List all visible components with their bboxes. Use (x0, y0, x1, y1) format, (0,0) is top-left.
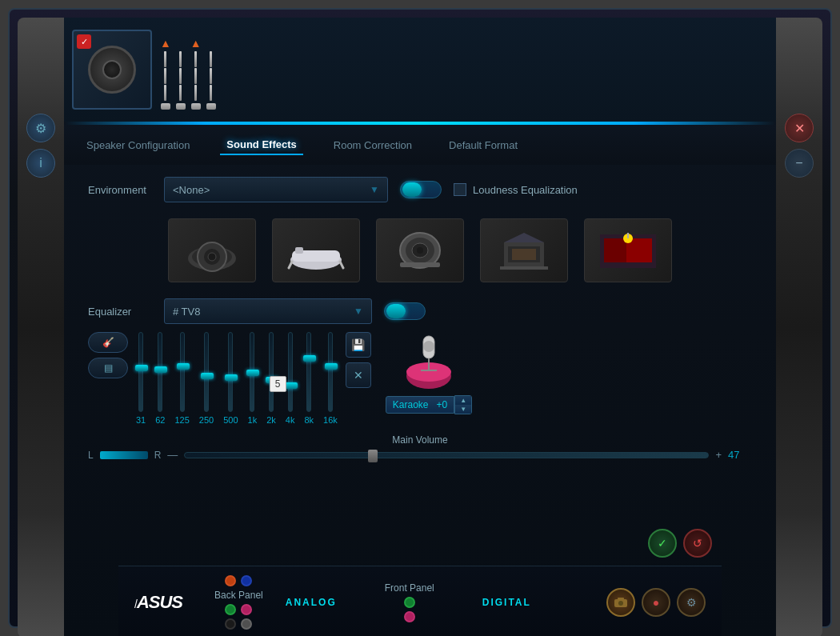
jack-green-front[interactable] (404, 597, 415, 608)
jack-group-4 (206, 51, 216, 110)
karaoke-up-button[interactable]: ▲ (455, 396, 471, 405)
eq-handle-250[interactable] (201, 373, 214, 379)
environment-dropdown[interactable]: <None> ▼ (164, 177, 388, 202)
jack-green-back[interactable] (225, 604, 236, 615)
loudness-eq-checkbox[interactable] (454, 183, 466, 196)
jack-pin (179, 51, 182, 67)
eq-track-4k[interactable] (288, 332, 293, 412)
jack-arrow-up-1: ▲ (160, 37, 171, 50)
tab-default-format[interactable]: Default Format (442, 136, 524, 154)
back-panel-jacks-row2 (225, 604, 252, 615)
eq-handle-500[interactable] (225, 374, 238, 381)
karaoke-text: Karaoke (393, 399, 429, 410)
guitar-preset-button[interactable]: 🎸 (88, 332, 128, 353)
eq-band-62: 62 (155, 332, 165, 425)
eq-track-31[interactable] (138, 332, 143, 412)
jack-pink-front[interactable] (404, 611, 415, 622)
svg-rect-17 (512, 249, 536, 260)
karaoke-spinner: ▲ ▼ (454, 395, 472, 414)
front-panel-label: Front Panel (385, 582, 434, 594)
eq-freq-31: 31 (136, 415, 146, 425)
environment-toggle[interactable] (400, 181, 442, 198)
eq-band-8k: 8k (304, 332, 314, 425)
jack-blue[interactable] (241, 575, 252, 586)
close-button[interactable]: ✕ (785, 114, 814, 142)
environment-images-row (88, 218, 752, 282)
env-img-theater[interactable] (584, 218, 672, 282)
environment-label: Environment (88, 184, 152, 196)
svg-point-4 (208, 253, 216, 261)
jack-group-3: ▲ (190, 37, 202, 110)
eq-track-62[interactable] (158, 332, 162, 412)
volume-track[interactable] (184, 452, 709, 458)
jack-orange[interactable] (225, 575, 236, 586)
bottom-icon-2[interactable]: ● (642, 588, 670, 617)
env-img-concert-hall[interactable] (480, 218, 568, 282)
bottom-icon-3[interactable]: ⚙ (677, 588, 706, 617)
eq-clear-button[interactable]: ✕ (346, 362, 371, 388)
eq-handle-1k[interactable] (246, 370, 259, 376)
toggle-knob (402, 182, 422, 197)
svg-rect-32 (618, 598, 624, 601)
eq-handle-125[interactable] (177, 363, 190, 370)
eq-band-16k: 16k (323, 332, 338, 425)
volume-label: Main Volume (88, 434, 752, 446)
tab-speaker-configuration[interactable]: Speaker Configuration (80, 136, 196, 154)
analog-label: ANALOG (286, 597, 337, 608)
svg-rect-14 (400, 262, 440, 267)
apply-button[interactable]: ✓ (648, 529, 677, 558)
equalizer-toggle[interactable] (384, 302, 426, 320)
gear-button[interactable]: ⚙ (26, 114, 55, 142)
sound-effects-panel: Environment <None> ▼ Loudness Equalizati… (64, 165, 776, 481)
eq-band-1k: 1k (248, 332, 258, 425)
volume-value: 47 (728, 449, 752, 461)
equalizer-dropdown[interactable]: # TV8 ▼ (164, 298, 372, 324)
tab-sound-effects[interactable]: Sound Effects (220, 135, 302, 155)
eq-tooltip: 5 (270, 376, 286, 392)
env-img-bathroom[interactable] (272, 218, 360, 282)
loudness-eq-checkbox-area[interactable]: Loudness Equalization (454, 183, 578, 196)
karaoke-label: Karaoke +0 (386, 396, 454, 414)
eq-track-1k[interactable] (250, 332, 254, 412)
reset-button[interactable]: ↺ (683, 529, 712, 558)
jack-black[interactable] (225, 618, 236, 630)
device-icon-box: ✓ (72, 30, 152, 110)
digital-label: DIGITAL (482, 597, 531, 608)
jack-group-2 (176, 51, 186, 110)
volume-handle[interactable] (368, 450, 378, 462)
eq-track-125[interactable] (180, 332, 185, 412)
eq-track-8k[interactable] (306, 332, 311, 412)
info-button[interactable]: i (26, 149, 55, 178)
env-img-car[interactable] (168, 218, 256, 282)
eq-visual-button[interactable]: ▤ (88, 358, 128, 378)
eq-handle-8k[interactable] (303, 355, 316, 362)
bottom-icon-1[interactable] (606, 588, 635, 617)
eq-track-250[interactable] (204, 332, 209, 412)
eq-handle-62[interactable] (154, 366, 167, 373)
dropdown-arrow-icon: ▼ (370, 184, 379, 195)
eq-track-500[interactable] (228, 332, 233, 412)
eq-freq-1k: 1k (248, 415, 258, 425)
eq-handle-16k[interactable] (325, 363, 338, 370)
svg-point-13 (417, 247, 423, 254)
tab-room-correction[interactable]: Room Correction (327, 136, 418, 154)
volume-dash: — (167, 449, 178, 461)
jack-connector-3 (191, 51, 201, 110)
volume-l-bar (100, 451, 148, 459)
eq-preset-buttons: 🎸 ▤ (88, 332, 128, 378)
jack-gray[interactable] (241, 618, 252, 630)
karaoke-mic-graphic (401, 332, 457, 392)
eq-track-2k[interactable] (269, 332, 274, 412)
content-area: ✓ ▲ (64, 18, 776, 636)
back-panel-label: Back Panel (214, 590, 263, 601)
eq-freq-16k: 16k (323, 415, 338, 425)
jack-pink-back[interactable] (241, 604, 252, 615)
environment-selected: <None> (173, 184, 210, 196)
env-img-stadium[interactable] (376, 218, 464, 282)
eq-save-button[interactable]: 💾 (346, 332, 371, 358)
karaoke-down-button[interactable]: ▼ (455, 405, 471, 414)
minimize-button[interactable]: − (785, 149, 814, 178)
eq-handle-31[interactable] (135, 365, 148, 371)
eq-track-16k[interactable] (328, 332, 333, 412)
eq-handle-4k[interactable] (285, 382, 298, 389)
